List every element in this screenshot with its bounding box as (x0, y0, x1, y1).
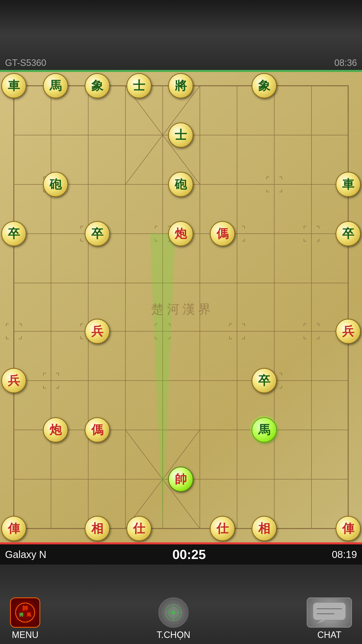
piece-shi-top-right[interactable]: 士 (168, 123, 193, 148)
piece-bing-red-col0[interactable]: 兵 (1, 368, 26, 393)
piece-shi-red-left[interactable]: 仕 (126, 516, 152, 541)
bottom-player-time: 08:19 (332, 549, 357, 560)
piece-xiang-red-right[interactable]: 相 (252, 516, 277, 541)
piece-pao-top-left[interactable]: 砲 (43, 172, 68, 197)
game-timer: 00:25 (172, 547, 206, 562)
chat-label: CHAT (317, 630, 341, 640)
piece-pao-red-top[interactable]: 炮 (168, 221, 193, 246)
tchon-button[interactable]: T.CHỌN (157, 597, 190, 640)
status-bar: GT-S5360 08:36 (0, 55, 362, 70)
svg-text:將: 將 (19, 612, 24, 617)
piece-zu-col6[interactable]: 卒 (252, 368, 277, 393)
svg-text:楚 河          漢 界: 楚 河 漢 界 (151, 302, 211, 316)
device-name: GT-S5360 (5, 58, 46, 68)
piece-che-red-right[interactable]: 俥 (336, 516, 361, 541)
top-player-timer-bar (0, 70, 362, 72)
piece-zu-top-col2[interactable]: 卒 (85, 221, 110, 246)
svg-text:馬: 馬 (26, 612, 31, 617)
tchon-label: T.CHỌN (157, 630, 190, 640)
piece-pao-top-right[interactable]: 砲 (168, 172, 193, 197)
piece-che-top-left[interactable]: 車 (1, 73, 26, 98)
piece-shuai-selected[interactable]: 帥 (168, 467, 193, 492)
svg-marker-149 (317, 620, 326, 624)
bottom-player-name: Galaxy N (5, 549, 47, 560)
menu-icon: 帥 將 馬 (10, 597, 40, 628)
svg-text:帥: 帥 (22, 605, 28, 611)
piece-che-red-left[interactable]: 俥 (1, 516, 26, 541)
piece-zu-top-col8[interactable]: 卒 (336, 221, 361, 246)
tchon-icon (158, 597, 189, 628)
piece-shi-top-left[interactable]: 士 (126, 73, 152, 98)
chat-button[interactable]: CHAT (307, 597, 352, 640)
svg-rect-148 (313, 602, 346, 620)
piece-xiang-top-left[interactable]: 象 (85, 73, 110, 98)
piece-che-top-right[interactable]: 車 (336, 172, 361, 197)
game-toolbar: 帥 將 馬 MENU T.CHỌN (0, 594, 362, 644)
piece-bing-red-col2[interactable]: 兵 (85, 319, 110, 344)
piece-jiang-top[interactable]: 將 (168, 73, 193, 98)
menu-button[interactable]: 帥 將 馬 MENU (10, 597, 40, 640)
piece-zu-top-col0[interactable]: 卒 (1, 221, 26, 246)
menu-label: MENU (12, 630, 38, 640)
chess-board: 楚 河 漢 界 車 馬 象 士 將 象 士 砲 砲 車 卒 卒 炮 傌 卒 兵 … (0, 72, 362, 542)
piece-shi-red-right[interactable]: 仕 (210, 516, 235, 541)
system-time: 08:36 (334, 58, 357, 68)
piece-pao-red-bottom[interactable]: 炮 (43, 417, 68, 442)
chat-icon (307, 597, 352, 628)
piece-ma-red-bottom[interactable]: 傌 (85, 417, 110, 442)
piece-bing-red-col8[interactable]: 兵 (336, 319, 361, 344)
piece-ma-top[interactable]: 馬 (43, 73, 68, 98)
bottom-player-timer-bar (0, 542, 362, 544)
piece-ma-red-top[interactable]: 傌 (210, 221, 235, 246)
game-info-bar: Galaxy N 00:25 08:19 (0, 544, 362, 565)
piece-ma-green-selected[interactable]: 馬 (252, 417, 277, 442)
piece-xiang-red-left[interactable]: 相 (85, 516, 110, 541)
piece-xiang-top-right[interactable]: 象 (252, 73, 277, 98)
